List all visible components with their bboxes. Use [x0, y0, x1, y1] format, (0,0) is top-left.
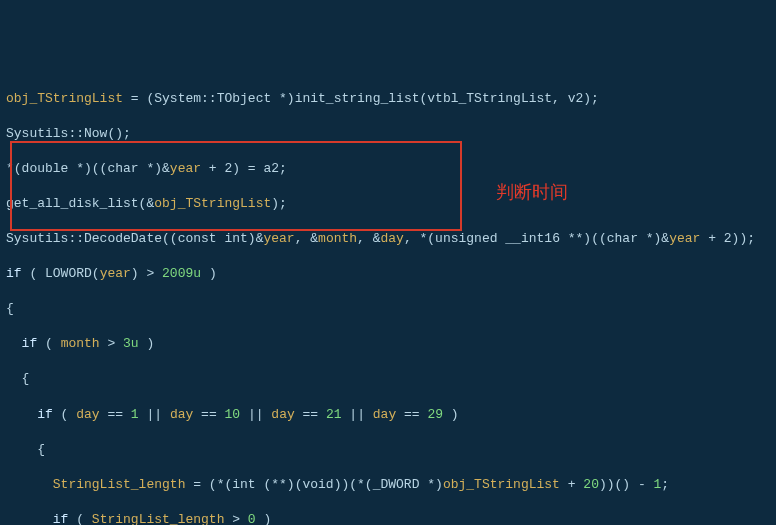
code-line: Sysutils::DecodeDate((const int)&year, &…	[6, 230, 770, 248]
code-line: get_all_disk_list(&obj_TStringList);	[6, 195, 770, 213]
decompiled-code-view: obj_TStringList = (System::TObject *)ini…	[6, 72, 770, 525]
code-line: {	[6, 370, 770, 388]
code-line: if ( month > 3u )	[6, 335, 770, 353]
annotation-label: 判断时间	[496, 180, 568, 204]
code-line: if ( LOWORD(year) > 2009u )	[6, 265, 770, 283]
code-line: StringList_length = (*(int (**)(void))(*…	[6, 476, 770, 494]
code-line: {	[6, 300, 770, 318]
code-line: {	[6, 441, 770, 459]
code-line: Sysutils::Now();	[6, 125, 770, 143]
highlight-box	[10, 141, 462, 231]
code-line: *(double *)((char *)&year + 2) = a2;	[6, 160, 770, 178]
code-line: obj_TStringList = (System::TObject *)ini…	[6, 90, 770, 108]
code-line: if ( StringList_length > 0 )	[6, 511, 770, 525]
code-line: if ( day == 1 || day == 10 || day == 21 …	[6, 406, 770, 424]
